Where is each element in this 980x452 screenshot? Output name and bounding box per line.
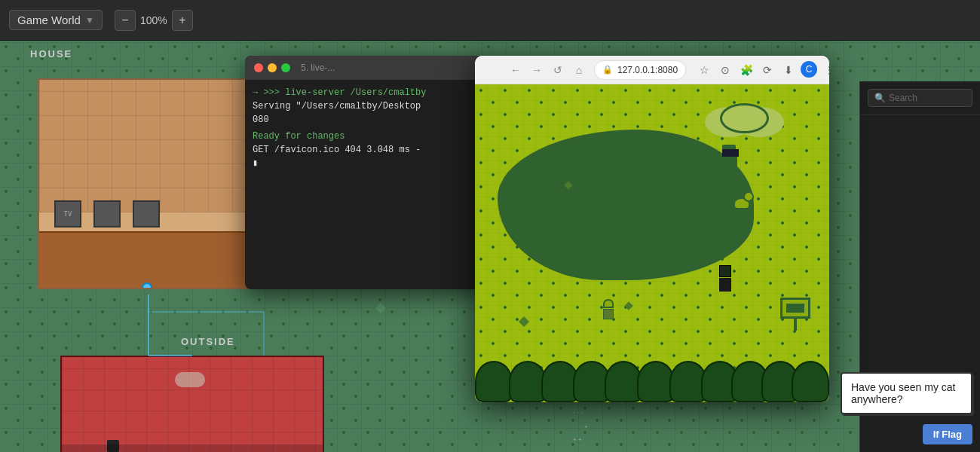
zoom-plus-button[interactable]: +	[172, 10, 193, 31]
terminal-maximize-button[interactable]	[281, 63, 290, 72]
terminal-close-button[interactable]	[254, 63, 263, 72]
terminal-window: 5. live-... → >>> live-server /Users/cma…	[245, 56, 486, 289]
browser-actions: ☆ ⊙ 🧩 ⟳ ⬇ C ⋮	[695, 61, 829, 79]
dropdown-arrow-icon: ▼	[85, 15, 94, 26]
gb-cloud	[720, 103, 769, 133]
gb-duck-head	[743, 191, 754, 202]
browser-titlebar: ← → ↺ ⌂ 🔒 127.0.0.1:8080 ☆ ⊙ 🧩 ⟳ ⬇ C ⋮ +	[475, 56, 829, 84]
gb-trees-row	[475, 342, 829, 402]
outside-section-label: OUTSIDE	[181, 336, 235, 347]
gb-character-1	[722, 145, 739, 167]
dialog-box: Have you seen my cat anywhere?	[841, 372, 972, 414]
url-text: 127.0.0.1:8080	[617, 65, 678, 75]
gb-lake	[498, 130, 754, 280]
lock-icon: 🔒	[602, 65, 613, 75]
search-icon: 🔍	[874, 93, 886, 103]
search-box[interactable]: 🔍 Search	[868, 89, 972, 107]
browser-back-button[interactable]: ←	[507, 61, 525, 79]
toolbar: Game World ▼ − 100% +	[0, 0, 980, 41]
house-item-3	[133, 200, 160, 228]
outside-floor	[62, 444, 323, 452]
house-floor-bottom	[39, 231, 255, 288]
house-item-1: TV	[54, 200, 81, 228]
browser-nav: ← → ↺ ⌂	[507, 61, 588, 79]
house-map-inner: TV	[39, 80, 255, 288]
browser-content	[475, 84, 829, 402]
outside-map-inner	[62, 357, 323, 452]
house-label-text: HOUSE	[30, 48, 72, 60]
world-name-label: Game World	[17, 14, 81, 26]
house-map[interactable]: TV	[38, 78, 256, 289]
right-search-area: 🔍 Search	[860, 81, 980, 115]
star-dots-3: +	[584, 423, 588, 430]
terminal-line-3: 080	[253, 113, 479, 127]
house-section-label: HOUSE	[30, 48, 72, 60]
gb-tree-1	[475, 361, 513, 402]
if-flag-button[interactable]: If Flag	[923, 424, 972, 444]
outside-label-text: OUTSIDE	[181, 336, 235, 347]
outside-map[interactable]	[60, 356, 324, 452]
browser-profile-button[interactable]: C	[801, 61, 817, 78]
terminal-body[interactable]: → >>> live-server /Users/cmaltby Serving…	[245, 80, 486, 176]
house-item-2	[93, 200, 121, 228]
browser-forward-button[interactable]: →	[528, 61, 546, 79]
house-connection-dot	[142, 282, 152, 289]
browser-refresh-button[interactable]: ↺	[549, 61, 567, 79]
cloud-sprite	[175, 372, 205, 387]
gb-sign	[780, 298, 810, 331]
gb-tree-11	[792, 361, 829, 402]
browser-extension-button[interactable]: 🧩	[737, 61, 755, 79]
gb-character-2	[719, 265, 731, 292]
terminal-line-4: Ready for changes	[253, 130, 479, 143]
terminal-title-label: 5. live-...	[301, 63, 335, 73]
game-canvas: HOUSE TV OUTSIDE	[0, 41, 980, 452]
gameboy-world	[475, 84, 829, 402]
browser-window: ← → ↺ ⌂ 🔒 127.0.0.1:8080 ☆ ⊙ 🧩 ⟳ ⬇ C ⋮ +	[475, 56, 829, 402]
dialog-text: Have you seen my cat anywhere?	[851, 381, 956, 405]
world-selector[interactable]: Game World ▼	[9, 10, 103, 30]
zoom-value-label: 100%	[139, 14, 169, 26]
terminal-line-2: Serving "/Users/cmaltby/Desktop	[253, 99, 479, 113]
terminal-line-1: → >>> live-server /Users/cmaltby	[253, 86, 479, 99]
browser-downloads-button[interactable]: ⬇	[779, 61, 798, 79]
address-bar[interactable]: 🔒 127.0.0.1:8080	[594, 60, 686, 80]
browser-star-button[interactable]: ☆	[695, 61, 713, 79]
browser-sync-button[interactable]: ⟳	[758, 61, 776, 79]
gb-character-3	[603, 299, 614, 319]
zoom-minus-button[interactable]: −	[115, 10, 136, 31]
terminal-minimize-button[interactable]	[268, 63, 277, 72]
search-placeholder: Search	[889, 93, 917, 103]
house-items-row: TV	[54, 200, 240, 228]
zoom-controls: − 100% +	[115, 10, 193, 31]
browser-share-button[interactable]: ⊙	[716, 61, 734, 79]
terminal-line-5: GET /favicon.ico 404 3.048 ms -	[253, 143, 479, 157]
star-dots-2: · · ·	[573, 408, 583, 417]
browser-menu-button[interactable]: ⋮	[820, 61, 829, 79]
star-dots-4: + +	[573, 436, 582, 443]
browser-home-button[interactable]: ⌂	[570, 61, 588, 79]
terminal-titlebar: 5. live-...	[245, 56, 486, 80]
terminal-cursor: ▮	[253, 157, 479, 170]
